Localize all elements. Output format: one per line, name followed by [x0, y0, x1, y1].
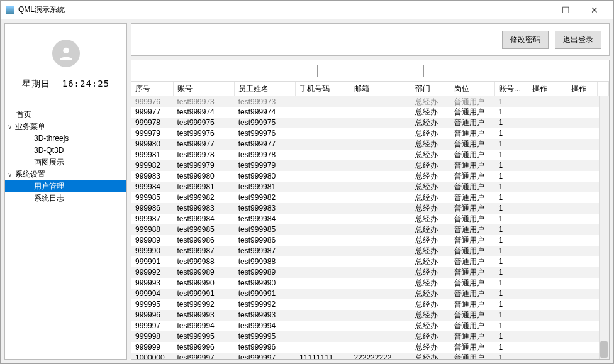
- cell-status: 1: [495, 353, 528, 359]
- cell-mobile: [296, 256, 350, 267]
- cell-mobile: [296, 321, 350, 331]
- cell-dept: 总经办: [411, 235, 450, 246]
- cell-post: 普通用户: [450, 246, 495, 256]
- table-row[interactable]: 1000000test999997test9999971111111122222…: [131, 353, 609, 359]
- cell-seq: 999988: [131, 224, 173, 235]
- cell-seq: 999995: [131, 299, 173, 310]
- nav-3d-qt3d[interactable]: 3D-Qt3D: [5, 145, 126, 157]
- cell-email: [350, 224, 411, 235]
- cell-seq: 1000000: [131, 353, 173, 359]
- col-seq[interactable]: 序号: [131, 82, 173, 96]
- cell-dept: 总经办: [411, 321, 450, 331]
- minimize-button[interactable]: —: [523, 5, 552, 15]
- table-row[interactable]: 999995test999992test999992总经办普通用户1: [131, 299, 609, 310]
- table-row[interactable]: 999977test999974test999974总经办普通用户1: [131, 107, 609, 118]
- table-row[interactable]: 999987test999984test999984总经办普通用户1: [131, 214, 609, 224]
- nav-business[interactable]: 业务菜单: [5, 121, 126, 133]
- cell-dept: 总经办: [411, 182, 450, 192]
- table-row[interactable]: 999982test999979test999979总经办普通用户1: [131, 160, 609, 171]
- col-dept[interactable]: 部门: [411, 82, 450, 96]
- table-row[interactable]: 999991test999988test999988总经办普通用户1: [131, 256, 609, 267]
- cell-dept: 总经办: [411, 310, 450, 321]
- vertical-scrollbar[interactable]: [599, 96, 609, 359]
- col-name[interactable]: 员工姓名: [235, 82, 296, 96]
- table-row[interactable]: 999988test999985test999985总经办普通用户1: [131, 224, 609, 235]
- search-input[interactable]: [317, 65, 424, 77]
- nav-system-log[interactable]: 系统日志: [5, 192, 126, 204]
- nav-3d-threejs[interactable]: 3D-threejs: [5, 133, 126, 145]
- cell-dept: 总经办: [411, 139, 450, 150]
- table-row[interactable]: 999999test999996test999996总经办普通用户1: [131, 342, 609, 353]
- table-row[interactable]: 999979test999976test999976总经办普通用户1: [131, 128, 609, 139]
- cell-mobile: [296, 171, 350, 182]
- cell-account: test999987: [173, 246, 234, 256]
- cell-status: 1: [495, 246, 528, 256]
- app-window: QML演示系统 — ☐ ✕ 星期日 16:24:25 首页 业务菜单 3D-th…: [0, 0, 614, 364]
- cell-mobile: [296, 139, 350, 150]
- cell-email: [350, 289, 411, 299]
- cell-account: test999977: [173, 139, 234, 150]
- cell-seq: 999997: [131, 321, 173, 331]
- table-row[interactable]: 999990test999987test999987总经办普通用户1: [131, 246, 609, 256]
- cell-name: test999984: [235, 214, 296, 224]
- table-row[interactable]: 999984test999981test999981总经办普通用户1: [131, 182, 609, 192]
- change-password-button[interactable]: 修改密码: [502, 31, 549, 49]
- table-row[interactable]: 999998test999995test999995总经办普通用户1: [131, 331, 609, 342]
- table-row[interactable]: 999985test999982test999982总经办普通用户1: [131, 192, 609, 203]
- cell-post: 普通用户: [450, 235, 495, 246]
- cell-seq: 999982: [131, 160, 173, 171]
- table-row[interactable]: 999993test999990test999990总经办普通用户1: [131, 278, 609, 289]
- table-row[interactable]: 999997test999994test999994总经办普通用户1: [131, 321, 609, 331]
- cell-dept: 总经办: [411, 107, 450, 118]
- cell-email: [350, 246, 411, 256]
- cell-post: 普通用户: [450, 267, 495, 278]
- close-button[interactable]: ✕: [580, 5, 608, 15]
- table-row[interactable]: 999980test999977test999977总经办普通用户1: [131, 139, 609, 150]
- cell-account: test999992: [173, 299, 234, 310]
- cell-seq: 999979: [131, 128, 173, 139]
- scrollbar-thumb[interactable]: [600, 341, 608, 358]
- nav-home[interactable]: 首页: [5, 109, 126, 121]
- col-post[interactable]: 岗位: [450, 82, 494, 96]
- cell-account: test999978: [173, 150, 234, 160]
- cell-post: 普通用户: [450, 139, 495, 150]
- nav-settings[interactable]: 系统设置: [5, 168, 126, 180]
- table-row[interactable]: 999996test999993test999993总经办普通用户1: [131, 310, 609, 321]
- maximize-button[interactable]: ☐: [552, 5, 580, 15]
- cell-seq: 999992: [131, 267, 173, 278]
- cell-email: [350, 203, 411, 214]
- cell-name: test999978: [235, 150, 296, 160]
- topbar: 修改密码 退出登录: [131, 23, 610, 56]
- table-row[interactable]: 999976 test999973 test999973 总经办 普通用户 1: [131, 96, 609, 107]
- col-status[interactable]: 账号状态: [494, 82, 528, 96]
- nav-drawing[interactable]: 画图展示: [5, 157, 126, 168]
- col-account[interactable]: 账号: [173, 82, 234, 96]
- table-row[interactable]: 999992test999989test999989总经办普通用户1: [131, 267, 609, 278]
- cell-status: 1: [495, 182, 528, 192]
- cell-mobile: [296, 224, 350, 235]
- cell-email: [350, 267, 411, 278]
- table-row[interactable]: 999981test999978test999978总经办普通用户1: [131, 150, 609, 160]
- col-mobile[interactable]: 手机号码: [296, 82, 350, 96]
- cell-seq: 999993: [131, 278, 173, 289]
- table-row[interactable]: 999983test999980test999980总经办普通用户1: [131, 171, 609, 182]
- cell-email: [350, 160, 411, 171]
- table-row[interactable]: 999978test999975test999975总经办普通用户1: [131, 118, 609, 128]
- cell-name: test999989: [235, 267, 296, 278]
- cell-mobile: [296, 299, 350, 310]
- table-row[interactable]: 999989test999986test999986总经办普通用户1: [131, 235, 609, 246]
- nav-user-management[interactable]: 用户管理: [5, 180, 126, 192]
- col-op1[interactable]: 操作: [528, 82, 567, 96]
- logout-button[interactable]: 退出登录: [555, 31, 601, 49]
- table-row[interactable]: 999986test999983test999983总经办普通用户1: [131, 203, 609, 214]
- app-icon: [6, 6, 14, 14]
- cell-account: test999985: [173, 224, 234, 235]
- col-pad: [598, 82, 609, 96]
- cell-account: test999976: [173, 128, 234, 139]
- table-row[interactable]: 999994test999991test999991总经办普通用户1: [131, 289, 609, 299]
- cell-dept: 总经办: [411, 256, 450, 267]
- col-op2[interactable]: 操作: [567, 82, 598, 96]
- cell-mobile: [296, 342, 350, 353]
- col-email[interactable]: 邮箱: [350, 82, 411, 96]
- cell-mobile: [296, 118, 350, 128]
